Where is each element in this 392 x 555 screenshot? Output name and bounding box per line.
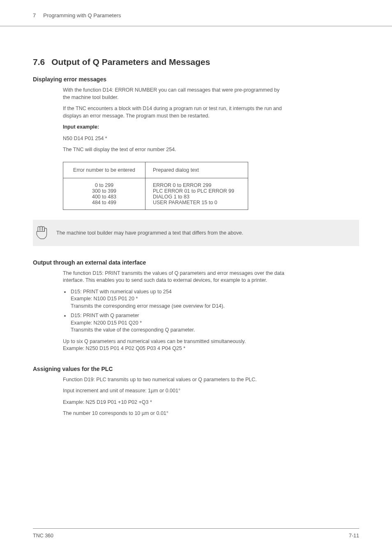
list-line: Transmits the value of the corresponding… [71,327,195,333]
page-content: 7.6 Output of Q Parameters and Messages … [0,57,392,417]
paragraph: The function D15: PRINT transmits the va… [63,270,285,284]
table-cell: USER PARAMETER 15 to 0 [145,200,248,210]
paragraph: If the TNC encounters a block with D14 d… [63,105,285,120]
bullet-list: D15: PRINT with numerical values up to 2… [70,288,286,334]
list-line: Transmits the corresponding error messag… [71,303,225,309]
list-item: D15: PRINT with Q parameter Example: N20… [70,312,286,334]
subheading-output-interface: Output through an external data interfac… [33,259,359,266]
table-cell: ERROR 0 to ERROR 299 [145,178,248,188]
footer-left: TNC 360 [33,533,53,539]
table-header: Error number to be entered [63,162,145,178]
paragraph: With the function D14: ERROR NUMBER you … [63,87,285,101]
code-line: N50 D14 P01 254 * [63,135,285,143]
note-hand-icon [35,226,48,240]
subheading-assigning-plc: Assigning values for the PLC [33,366,359,372]
text-line: Up to six Q parameters and numerical val… [63,339,246,344]
list-line: D15: PRINT with numerical values up to 2… [71,289,172,295]
table-cell: 300 to 399 [63,188,145,194]
list-line: D15: PRINT with Q parameter [71,313,139,318]
list-item: D15: PRINT with numerical values up to 2… [70,288,286,310]
paragraph: Up to six Q parameters and numerical val… [63,338,285,352]
input-example-label: Input example: [63,124,285,131]
chapter-title: Programming with Q Parameters [43,12,121,18]
table-row: 484 to 499 USER PARAMETER 15 to 0 [63,200,248,210]
error-table: Error number to be entered Prepared dial… [63,162,248,210]
paragraph: The number 10 corresponds to 10 µm or 0.… [63,410,285,417]
paragraph: The TNC will display the text of error n… [63,146,285,154]
section-title: 7.6 Output of Q Parameters and Messages [33,57,359,67]
table-row: 0 to 299 ERROR 0 to ERROR 299 [63,178,248,188]
page-header: 7 Programming with Q Parameters [0,0,392,26]
table-header-row: Error number to be entered Prepared dial… [63,162,248,178]
table-cell: 484 to 499 [63,200,145,210]
table-cell: 0 to 299 [63,178,145,188]
table-header: Prepared dialog text [145,162,248,178]
label-text: Input example: [63,124,99,130]
footer-page-number: 7-11 [349,533,359,539]
table-row: 300 to 399 PLC ERROR 01 to PLC ERROR 99 [63,188,248,194]
table-cell: PLC ERROR 01 to PLC ERROR 99 [145,188,248,194]
note-text: The machine tool builder may have progra… [56,230,243,236]
page-footer: TNC 360 7-11 [33,528,359,539]
paragraph: Input increment and unit of measure: 1µm… [63,387,285,395]
section-number: 7.6 [33,57,45,67]
note-band: The machine tool builder may have progra… [33,220,359,246]
list-line: Example: N100 D15 P01 20 * [71,296,138,302]
subheading-displaying-errors: Displaying error messages [33,76,359,83]
table-row: 400 to 483 DIALOG 1 to 83 [63,194,248,200]
paragraph: Function D19: PLC transmits up to two nu… [63,376,285,384]
list-line: Example: N200 D15 P01 Q20 * [71,320,142,326]
chapter-number: 7 [33,12,36,18]
table-cell: 400 to 483 [63,194,145,200]
section-heading: Output of Q Parameters and Messages [51,57,210,67]
table-cell: DIALOG 1 to 83 [145,194,248,200]
paragraph: Example: N25 D19 P01 +10 P02 +Q3 * [63,399,285,406]
text-line: Example: N250 D15 P01 4 P02 Q05 P03 4 P0… [63,345,185,351]
